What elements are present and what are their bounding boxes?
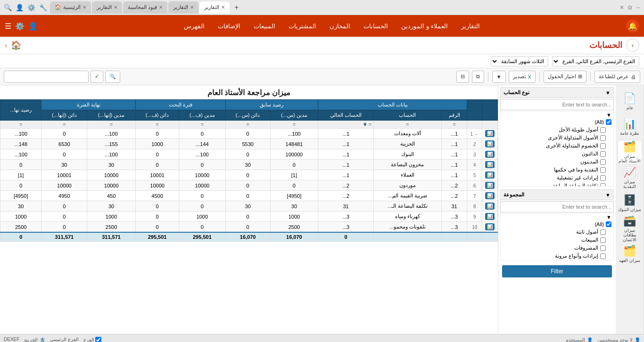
group-all[interactable]: (All) <box>501 220 613 228</box>
filter-toggle-button[interactable]: ⊟ <box>456 71 469 83</box>
restore-window-icon[interactable]: ⧉ <box>628 4 632 11</box>
page-forward-btn[interactable]: › <box>626 39 639 52</box>
search-input[interactable] <box>4 71 89 83</box>
filter-eq-num[interactable]: = <box>441 121 467 129</box>
filter-eq-ppd[interactable]: = <box>179 121 225 129</box>
user-profile-icon[interactable]: 👤 <box>28 22 38 31</box>
browser-tab-reports2[interactable]: التقارير ✕ <box>168 1 198 14</box>
nav-warehouses[interactable]: المخازن <box>327 22 353 31</box>
browser-tab-home[interactable]: 🏠 الرئيسية ✕ <box>50 1 91 14</box>
chart-button[interactable]: 📊 <box>485 151 495 158</box>
tab-close-icon[interactable]: ✕ <box>83 5 86 10</box>
chart-btn-cell[interactable]: 📊 <box>482 201 498 212</box>
group-search[interactable] <box>500 201 614 212</box>
nav-catalog[interactable]: الفهرس <box>181 22 207 31</box>
home-nav-icon[interactable]: 🏠 <box>11 40 21 50</box>
sidebar-item-trial-balance[interactable]: 🗂️ ميزان الأستاذ العام <box>618 140 642 164</box>
tree-expand-group-icon[interactable]: ▼ <box>501 214 613 220</box>
fields-button[interactable]: ⊞ اختيار الحقول <box>544 71 586 83</box>
extension-icon[interactable]: 🔧 <box>39 4 47 11</box>
nav-purchases[interactable]: المشتريات <box>286 22 319 31</box>
chart-btn-cell[interactable]: 📊 <box>482 129 498 139</box>
chart-btn-cell[interactable]: 📊 <box>482 139 498 149</box>
chart-button[interactable]: 📊 <box>485 223 495 230</box>
search-browser-icon[interactable]: 🔍 <box>4 4 12 11</box>
filter-eq-pd[interactable]: = <box>270 121 318 129</box>
account-type-debtors[interactable]: المدينون <box>501 158 613 166</box>
chart-button[interactable]: 📊 <box>485 161 495 168</box>
group-fixed-assets[interactable]: أصول ثابتة <box>501 228 613 236</box>
close-window-icon[interactable]: ✕ <box>619 4 624 11</box>
account-type-current-other[interactable]: الأصول المتداولة الأخرى <box>501 134 613 142</box>
sidebar-item-overview[interactable]: 📊 نظرة عامة <box>618 114 642 139</box>
filter-eq-current[interactable]: = ▼ <box>318 121 374 129</box>
settings-icon[interactable]: ⚙️ <box>27 4 35 11</box>
sidebar-item-credit-balance[interactable]: 🗃️ ميزان بطاقات الائتمان <box>618 216 642 241</box>
filter-button[interactable]: Filter <box>502 265 612 277</box>
filter-eq-pc[interactable]: = <box>225 121 270 129</box>
tab-close-icon[interactable]: ✕ <box>190 5 194 10</box>
branch-status[interactable]: الفرع <box>83 337 101 342</box>
group-expenses[interactable]: المصروفات <box>501 244 613 252</box>
filter-eq-bal[interactable]: = <box>0 121 41 129</box>
filter-eq-ec[interactable]: = <box>41 121 87 129</box>
tab-close-icon[interactable]: ✕ <box>221 5 225 10</box>
chart-button[interactable]: 📊 <box>485 182 495 189</box>
chart-button[interactable]: 📊 <box>485 213 495 220</box>
minimize-window-icon[interactable]: ─ <box>636 4 640 11</box>
sidebar-item-cash-balance[interactable]: 📈 ميزان النقدية <box>618 165 642 190</box>
group-revenues[interactable]: إيرادات وأنواع مرونة <box>501 252 613 260</box>
filter-eq-ed[interactable]: = <box>87 121 136 129</box>
new-tab-button[interactable]: + <box>231 3 242 12</box>
chart-button[interactable]: 📊 <box>485 192 495 199</box>
export-button[interactable]: X تصدير <box>509 71 536 83</box>
copy-button[interactable]: ⧉ <box>472 71 484 83</box>
sidebar-item-covenant-balance[interactable]: 🗂️ ميزان العهد <box>618 242 642 266</box>
chart-btn-cell[interactable]: 📊 <box>482 180 498 191</box>
period-selector[interactable]: الثلاث شهور السابقة <box>491 56 548 66</box>
chart-btn-cell[interactable]: 📊 <box>482 191 498 201</box>
notifications-bell[interactable]: 🔔 <box>626 19 639 33</box>
account-type-all[interactable]: (All) <box>501 118 613 126</box>
search-toggle-button[interactable]: 🔍 <box>105 71 120 83</box>
check-button[interactable]: ✓ <box>91 71 103 83</box>
nav-reports[interactable]: التقارير <box>458 22 483 31</box>
chart-button[interactable]: 📊 <box>485 140 495 147</box>
account-type-liability-other[interactable]: الخصوم المتداولة الأخرى <box>501 142 613 150</box>
settings-gear-icon[interactable]: ⚙️ <box>15 22 25 31</box>
chart-button[interactable]: 📊 <box>485 203 495 210</box>
account-type-long[interactable]: أصول طويلة الأجل <box>501 126 613 134</box>
group-header[interactable]: ▼ المجموعة <box>500 189 614 200</box>
profile-icon[interactable]: 👤 <box>16 4 24 11</box>
account-type-cash[interactable]: النقدية وما في حكمها <box>501 166 613 174</box>
nav-customers[interactable]: العملاء و الموردين <box>398 22 450 31</box>
sidebar-item-bank-balance[interactable]: 🗄️ ميزان البنوك <box>618 191 642 215</box>
sidebar-item-general[interactable]: 📄 عام <box>618 89 642 114</box>
browser-window-controls[interactable]: ✕ ⧉ ─ <box>619 4 640 11</box>
tab-close-icon[interactable]: ✕ <box>114 5 117 10</box>
chart-button[interactable]: 📊 <box>485 130 495 137</box>
tab-close-icon[interactable]: ✕ <box>159 5 163 10</box>
filter-eq-account[interactable]: = <box>374 121 442 129</box>
browser-tab-reports3[interactable]: التقارير ✕ <box>199 1 230 14</box>
browser-tab-reports1[interactable]: التقارير ✕ <box>92 1 122 14</box>
branch-selector[interactable]: الفرع الرئيسي, الفرع الثاني, الفرع <box>552 56 639 66</box>
chart-btn-cell[interactable]: 📊 <box>482 149 498 160</box>
menu-icon[interactable]: ☰ <box>5 22 11 31</box>
chart-btn-cell[interactable]: 📊 <box>482 170 498 180</box>
export-dropdown[interactable]: ▼ <box>492 71 506 83</box>
tree-expand-icon[interactable]: ▼ <box>501 112 613 118</box>
group-sales[interactable]: المبيعات <box>501 236 613 244</box>
chart-button[interactable]: 📊 <box>485 171 495 179</box>
browser-tab-accounting[interactable]: قيود المحاسبة ✕ <box>123 1 167 14</box>
filter-eq-ppc[interactable]: = <box>135 121 179 129</box>
account-type-header[interactable]: ▼ نوع الحساب <box>500 87 614 98</box>
account-type-creditors[interactable]: الدائنون <box>501 150 613 158</box>
account-type-cogs[interactable]: تكلفة البضاعة المباعة <box>501 182 613 187</box>
nav-additions[interactable]: الإضافات <box>215 22 243 31</box>
nav-accounts[interactable]: الحسابات <box>361 22 391 31</box>
back-nav-icon[interactable]: ‹ <box>5 41 7 49</box>
account-type-nonop-revenue[interactable]: إيرادات غير تشغيلية <box>501 174 613 182</box>
chart-btn-cell[interactable]: 📊 <box>482 160 498 170</box>
nav-sales[interactable]: المبيعات <box>251 22 278 31</box>
